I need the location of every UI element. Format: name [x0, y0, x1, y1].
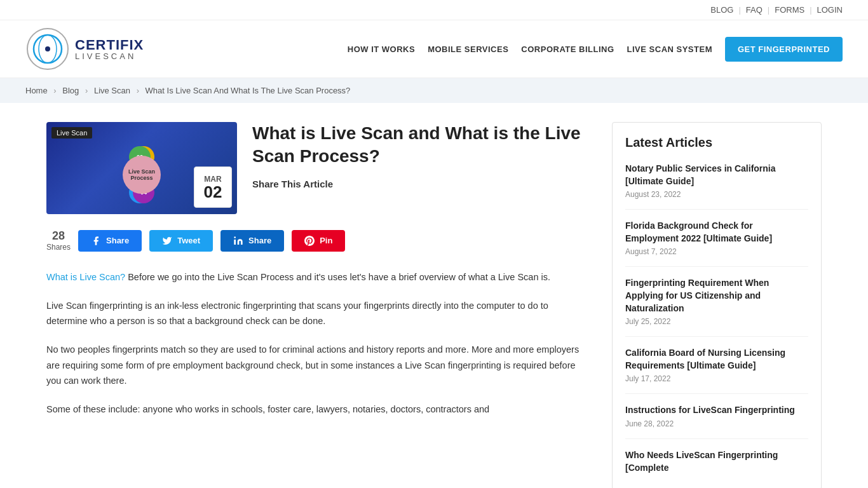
main-nav: HOW IT WORKS MOBILE SERVICES CORPORATE B… — [348, 37, 843, 62]
sidebar-article-item: Instructions for LiveScan Fingerprinting… — [625, 404, 808, 439]
sep3: | — [810, 5, 811, 15]
article-para1-text: Before we go into the Live Scan Process … — [125, 272, 550, 282]
breadcrumb-sep2: › — [85, 86, 88, 95]
sidebar-articles: Notary Public Services in California [Ul… — [625, 163, 808, 474]
linkedin-share-button[interactable]: Share — [220, 230, 284, 252]
share-count: 28 Shares — [46, 229, 71, 252]
share-label: Share This Article — [252, 179, 587, 189]
logo-certifix: CERTIFIX — [75, 38, 144, 52]
date-day: 02 — [204, 184, 222, 200]
nav-corporate-billing[interactable]: CORPORATE BILLING — [521, 44, 614, 54]
logo-icon — [25, 27, 70, 71]
linkedin-share-label: Share — [248, 236, 271, 245]
sep2: | — [768, 5, 770, 15]
sep1: | — [738, 5, 740, 15]
article-para4: Some of these include: anyone who works … — [46, 402, 587, 417]
sidebar: Latest Articles Notary Public Services i… — [612, 122, 822, 488]
breadcrumb-current: What Is Live Scan And What Is The Live S… — [146, 86, 351, 95]
twitter-icon — [162, 236, 172, 246]
hero-text: What is Live Scan and What is the Live S… — [252, 122, 587, 214]
what-is-livescan-link[interactable]: What is Live Scan? — [46, 272, 125, 282]
facebook-share-label: Share — [106, 236, 129, 245]
nav-mobile-services[interactable]: MOBILE SERVICES — [428, 44, 508, 54]
breadcrumb: Home › Blog › Live Scan › What Is Live S… — [0, 78, 868, 103]
nav-how-it-works[interactable]: HOW IT WORKS — [348, 44, 415, 54]
main-layout: Live Scan 01 02 Live ScanProcess 03 04 M… — [21, 103, 847, 488]
share-number: 28 — [46, 229, 71, 243]
twitter-share-button[interactable]: Tweet — [149, 230, 213, 252]
sidebar-article-title[interactable]: Fingerprinting Requirement When Applying… — [625, 277, 808, 315]
logo-text: CERTIFIX LIVESCAN — [75, 38, 144, 60]
sidebar-card: Latest Articles Notary Public Services i… — [612, 122, 822, 488]
shares-text: Shares — [46, 243, 71, 252]
top-bar: BLOG | FAQ | FORMS | LOGIN — [0, 0, 868, 20]
svg-point-4 — [234, 236, 236, 238]
sidebar-article-item: Notary Public Services in California [Ul… — [625, 163, 808, 210]
twitter-tweet-label: Tweet — [177, 236, 200, 245]
facebook-share-button[interactable]: Share — [78, 230, 142, 252]
nav-livescan-system[interactable]: LIVE SCAN SYSTEM — [627, 44, 712, 54]
sidebar-article-title[interactable]: Instructions for LiveScan Fingerprinting — [625, 404, 808, 417]
site-header: CERTIFIX LIVESCAN HOW IT WORKS MOBILE SE… — [0, 20, 868, 78]
pinterest-pin-label: Pin — [320, 236, 332, 245]
article-title: What is Live Scan and What is the Live S… — [252, 122, 587, 168]
faq-link[interactable]: FAQ — [746, 5, 763, 15]
sidebar-article-title[interactable]: California Board of Nursing Licensing Re… — [625, 347, 808, 372]
logo-livescan: LIVESCAN — [75, 52, 144, 60]
date-badge: MAR 02 — [194, 166, 232, 208]
article-para1: What is Live Scan? Before we go into the… — [46, 269, 587, 285]
sidebar-article-title[interactable]: Notary Public Services in California [Ul… — [625, 163, 808, 187]
breadcrumb-blog[interactable]: Blog — [62, 86, 79, 95]
sidebar-article-date: August 7, 2022 — [625, 247, 808, 256]
pinterest-share-button[interactable]: Pin — [292, 230, 345, 252]
sidebar-article-title[interactable]: Who Needs LiveScan Fingerprinting [Compl… — [625, 449, 808, 474]
blog-link[interactable]: BLOG — [710, 5, 733, 15]
sidebar-article-item: Florida Background Check for Employment … — [625, 220, 808, 267]
hero-wrap: Live Scan 01 02 Live ScanProcess 03 04 M… — [46, 122, 587, 214]
forms-link[interactable]: FORMS — [775, 5, 804, 15]
sidebar-article-item: Who Needs LiveScan Fingerprinting [Compl… — [625, 449, 808, 474]
facebook-icon — [91, 236, 101, 246]
share-row: 28 Shares Share Tweet Share Pin — [46, 229, 587, 252]
login-link[interactable]: LOGIN — [817, 5, 843, 15]
sidebar-article-title[interactable]: Florida Background Check for Employment … — [625, 220, 808, 245]
breadcrumb-sep1: › — [53, 86, 56, 95]
svg-point-3 — [45, 46, 50, 51]
linkedin-icon — [233, 236, 243, 246]
article-para3: No two peoples fingerprints match so the… — [46, 342, 587, 389]
pinterest-icon — [304, 236, 315, 246]
article-content: Live Scan 01 02 Live ScanProcess 03 04 M… — [46, 122, 587, 488]
breadcrumb-sep3: › — [137, 86, 139, 95]
sidebar-article-date: July 25, 2022 — [625, 317, 808, 326]
get-fingerprinted-button[interactable]: GET FINGERPRINTED — [725, 37, 843, 62]
breadcrumb-home[interactable]: Home — [25, 86, 48, 95]
breadcrumb-livescan[interactable]: Live Scan — [94, 86, 130, 95]
article-para2: Live Scan fingerprinting is an ink-less … — [46, 298, 587, 329]
sidebar-article-item: Fingerprinting Requirement When Applying… — [625, 277, 808, 337]
circle-center: Live ScanProcess — [123, 156, 161, 194]
sidebar-article-item: California Board of Nursing Licensing Re… — [625, 347, 808, 394]
sidebar-title: Latest Articles — [625, 135, 808, 150]
sidebar-article-date: June 28, 2022 — [625, 419, 808, 428]
sidebar-article-date: July 17, 2022 — [625, 374, 808, 383]
hero-image: Live Scan 01 02 Live ScanProcess 03 04 M… — [46, 122, 237, 214]
article-body: What is Live Scan? Before we go into the… — [46, 269, 587, 417]
logo: CERTIFIX LIVESCAN — [25, 27, 144, 71]
sidebar-article-date: August 23, 2022 — [625, 190, 808, 199]
